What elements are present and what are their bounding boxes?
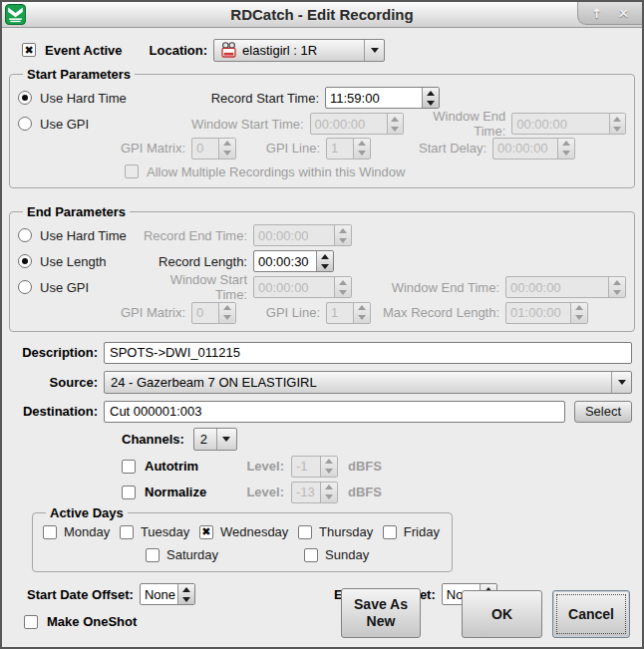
window-end-time-value: 00:00:00 [512, 114, 609, 134]
autotrim-checkbox[interactable] [122, 460, 136, 474]
wednesday-checkbox[interactable]: ✖ [199, 525, 213, 539]
day-saturday[interactable]: Saturday [146, 547, 218, 562]
end-gpi-matrix-value: 0 [192, 303, 218, 323]
end-window-end-time-spinbox: 00:00:00 [505, 276, 626, 298]
day-monday[interactable]: Monday [43, 524, 110, 539]
normalize-level-value: -13 [292, 483, 320, 502]
description-input[interactable] [104, 342, 632, 364]
spinner-buttons[interactable] [316, 251, 333, 271]
end-gpi-line-label: GPI Line: [250, 305, 320, 320]
start-date-offset-value[interactable]: None [141, 584, 177, 604]
titlebar[interactable]: RDCatch - Edit Recording ↑ ✕ [2, 2, 642, 28]
end-window-start-time-label: Window Start Time: [140, 272, 247, 302]
record-start-time-value[interactable]: 11:59:00 [326, 88, 422, 108]
gpi-line-label: GPI Line: [250, 141, 320, 156]
recorder-deck-icon [220, 42, 237, 58]
sunday-checkbox[interactable] [304, 548, 318, 562]
edit-recording-dialog: RDCatch - Edit Recording ↑ ✕ ✖ Event Act… [0, 0, 644, 649]
record-length-spinbox[interactable]: 00:00:30 [253, 250, 334, 272]
end-window-start-time-value: 00:00:00 [254, 277, 334, 297]
end-use-gpi-radio[interactable] [18, 280, 32, 294]
select-button[interactable]: Select [574, 401, 632, 423]
record-start-time-spinbox[interactable]: 11:59:00 [325, 87, 440, 109]
saturday-checkbox[interactable] [146, 548, 160, 562]
day-friday[interactable]: Friday [383, 524, 440, 539]
description-label: Description: [2, 345, 98, 360]
end-window-end-time-value: 00:00:00 [506, 277, 608, 297]
spinner-buttons [218, 303, 235, 323]
location-value: elastigirl : 1R [242, 43, 317, 58]
thursday-checkbox[interactable] [298, 525, 312, 539]
spinner-buttons [353, 139, 370, 159]
start-delay-label: Start Delay: [387, 141, 486, 156]
record-end-time-label: Record End Time: [140, 228, 247, 243]
day-wednesday[interactable]: ✖ Wednesday [199, 524, 288, 539]
use-gpi-label: Use GPI [40, 117, 89, 132]
friday-checkbox[interactable] [383, 525, 397, 539]
spinner-buttons [320, 457, 337, 477]
end-use-gpi-label: Use GPI [40, 280, 89, 295]
make-oneshot-checkbox[interactable] [24, 615, 38, 629]
autotrim-dbfs-label: dBFS [348, 459, 382, 474]
day-tuesday[interactable]: Tuesday [120, 524, 189, 539]
use-gpi-radio[interactable] [18, 117, 32, 131]
source-label: Source: [2, 375, 98, 390]
gpi-line-spinbox: 1 [326, 138, 371, 160]
autotrim-label: Autotrim [145, 459, 210, 474]
save-as-new-button[interactable]: Save As New [341, 588, 421, 638]
window-end-time-spinbox: 00:00:00 [511, 113, 626, 135]
destination-input[interactable] [104, 401, 565, 423]
use-hard-time-label: Use Hard Time [40, 91, 127, 106]
channels-dropdown[interactable]: 2 [193, 428, 237, 451]
friday-label: Friday [404, 524, 440, 539]
tuesday-checkbox[interactable] [120, 525, 134, 539]
chevron-down-icon[interactable] [216, 429, 236, 450]
event-active-checkbox[interactable]: ✖ [22, 43, 36, 57]
active-days-title: Active Days [46, 505, 128, 520]
monday-label: Monday [64, 524, 110, 539]
gpi-matrix-label: GPI Matrix: [18, 141, 185, 156]
wednesday-label: Wednesday [220, 524, 288, 539]
end-gpi-matrix-spinbox: 0 [191, 302, 236, 324]
ok-button[interactable]: OK [462, 590, 542, 638]
close-window-icon[interactable]: ✕ [618, 6, 629, 21]
start-parameters-group: Start Parameters Use Hard Time Record St… [9, 67, 635, 188]
day-thursday[interactable]: Thursday [298, 524, 373, 539]
start-date-offset-spinbox[interactable]: None [140, 583, 195, 605]
spinner-buttons [609, 114, 625, 134]
record-length-value[interactable]: 00:00:30 [254, 251, 316, 271]
saturday-label: Saturday [166, 547, 218, 562]
chevron-down-icon[interactable] [611, 372, 631, 393]
normalize-level-label: Level: [240, 485, 284, 499]
shade-window-icon[interactable]: ↑ [591, 6, 602, 21]
event-active-label: Event Active [45, 43, 123, 58]
window-title: RDCatch - Edit Recording [2, 6, 642, 23]
end-parameters-group: End Parameters Use Hard Time Record End … [9, 204, 635, 332]
end-gpi-line-value: 1 [327, 303, 353, 323]
record-start-time-label: Record Start Time: [187, 91, 319, 106]
end-gpi-matrix-label: GPI Matrix: [18, 305, 185, 320]
monday-checkbox[interactable] [43, 525, 57, 539]
use-hard-time-radio[interactable] [18, 91, 32, 105]
window-start-time-value: 00:00:00 [311, 114, 387, 134]
tuesday-label: Tuesday [141, 524, 189, 539]
spinner-buttons [334, 277, 351, 297]
use-length-radio[interactable] [18, 254, 32, 268]
spinner-buttons[interactable] [422, 88, 439, 108]
spinner-buttons[interactable] [177, 584, 194, 604]
spinner-buttons [387, 114, 403, 134]
normalize-checkbox[interactable] [122, 486, 136, 499]
day-sunday[interactable]: Sunday [304, 547, 369, 562]
location-dropdown[interactable]: elastigirl : 1R [213, 39, 385, 62]
max-record-length-label: Max Record Length: [383, 305, 499, 320]
active-days-group: Active Days Monday Tuesday ✖ Wednesday T… [32, 505, 453, 572]
gpi-matrix-spinbox: 0 [191, 138, 236, 160]
chevron-down-icon[interactable] [364, 40, 384, 61]
cancel-button[interactable]: Cancel [552, 590, 630, 638]
sunday-label: Sunday [325, 547, 369, 562]
autotrim-level-spinbox: -1 [291, 456, 338, 478]
make-oneshot-label: Make OneShot [47, 614, 137, 629]
end-use-hard-time-radio[interactable] [18, 228, 32, 242]
source-dropdown[interactable]: 24 - Gazerbeam 7 ON ELASTIGIRL [104, 371, 632, 394]
channels-value: 2 [194, 429, 216, 450]
